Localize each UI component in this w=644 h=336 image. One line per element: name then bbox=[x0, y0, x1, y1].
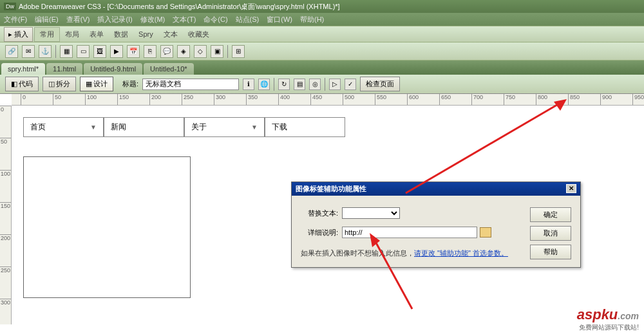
file-tab-11[interactable]: 11.html bbox=[46, 63, 82, 75]
anchor-icon[interactable]: ⚓ bbox=[39, 45, 52, 58]
tab-data[interactable]: 数据 bbox=[109, 28, 133, 41]
dialog-title: 图像标签辅助功能属性 bbox=[296, 184, 366, 194]
help-button[interactable]: 帮助 bbox=[530, 245, 571, 259]
preview-icon[interactable]: ▷ bbox=[329, 79, 341, 90]
title-text: Adobe Dreamweaver CS3 - [C:\Documents an… bbox=[19, 2, 340, 12]
media-icon[interactable]: ▶ bbox=[110, 45, 123, 58]
title-input[interactable] bbox=[142, 79, 239, 90]
chevron-down-icon: ▼ bbox=[251, 124, 258, 131]
view-code-button[interactable]: ◧代码 bbox=[5, 77, 39, 91]
tab-layout[interactable]: 布局 bbox=[60, 28, 84, 41]
icon-bar: 🔗 ✉ ⚓ ▦ ▭ 🖼 ▶ 📅 ⎘ 💬 ◈ ◇ ▣ ⊞ bbox=[0, 42, 644, 61]
dialog-titlebar[interactable]: 图像标签辅助功能属性 ✕ bbox=[292, 182, 580, 196]
ok-button[interactable]: 确定 bbox=[530, 207, 571, 222]
comment-icon[interactable]: 💬 bbox=[160, 45, 173, 58]
vertical-ruler: 050100150200250300 bbox=[0, 106, 12, 324]
server-icon[interactable]: ⎘ bbox=[144, 45, 156, 58]
menu-site[interactable]: 站点(S) bbox=[236, 15, 260, 24]
alt-text-select[interactable] bbox=[342, 207, 400, 219]
menu-file[interactable]: 文件(F) bbox=[4, 15, 27, 24]
menu-help[interactable]: 帮助(H) bbox=[300, 15, 324, 24]
long-desc-input[interactable] bbox=[342, 227, 477, 238]
image-accessibility-dialog: 图像标签辅助功能属性 ✕ 替换文本: 详细说明: 如果在插入图像时不想输入此信息… bbox=[291, 182, 581, 268]
date-icon[interactable]: 📅 bbox=[127, 45, 140, 58]
horizontal-ruler: 0501001502002503003504004505005506006507… bbox=[12, 94, 644, 106]
check-page-button[interactable]: 检查页面 bbox=[360, 77, 400, 91]
menu-item-about[interactable]: 关于▼ bbox=[184, 117, 265, 137]
insert-bar: ▸ 插入 常用 布局 表单 数据 Spry 文本 收藏夹 bbox=[0, 26, 644, 42]
menu-view[interactable]: 查看(V) bbox=[66, 15, 90, 24]
browser-icon[interactable]: 🌐 bbox=[258, 79, 270, 90]
tab-favorites[interactable]: 收藏夹 bbox=[183, 28, 214, 41]
file-tab-untitled10[interactable]: Untitled-10* bbox=[144, 63, 193, 75]
image-icon[interactable]: 🖼 bbox=[93, 45, 106, 58]
view-options-icon[interactable]: ▤ bbox=[294, 79, 305, 90]
tab-spry[interactable]: Spry bbox=[133, 28, 158, 40]
menu-window[interactable]: 窗口(W) bbox=[267, 15, 292, 24]
browse-folder-icon[interactable] bbox=[480, 227, 491, 238]
menu-item-download[interactable]: 下载 bbox=[265, 117, 345, 137]
email-link-icon[interactable]: ✉ bbox=[22, 45, 35, 58]
long-desc-label: 详细说明: bbox=[301, 228, 338, 238]
menu-edit[interactable]: 编辑(E) bbox=[35, 15, 59, 24]
menu-commands[interactable]: 命令(C) bbox=[204, 15, 227, 24]
tab-forms[interactable]: 表单 bbox=[84, 28, 109, 41]
menu-insert[interactable]: 插入记录(I) bbox=[97, 15, 132, 24]
close-icon[interactable]: ✕ bbox=[566, 184, 576, 193]
image-placeholder[interactable] bbox=[23, 156, 191, 298]
title-bar: Dw Adobe Dreamweaver CS3 - [C:\Documents… bbox=[0, 0, 644, 13]
visual-aids-icon[interactable]: ◎ bbox=[309, 79, 321, 90]
tab-text[interactable]: 文本 bbox=[158, 28, 183, 41]
script-icon[interactable]: ◇ bbox=[194, 45, 207, 58]
watermark: aspku.com 免费网站源码下载站! bbox=[577, 306, 639, 332]
insert-toggle[interactable]: ▸ 插入 bbox=[4, 27, 33, 42]
alt-text-label: 替换文本: bbox=[301, 209, 338, 218]
accessibility-prefs-link[interactable]: 请更改 "辅助功能" 首选参数。 bbox=[414, 249, 508, 257]
div-icon[interactable]: ▭ bbox=[77, 45, 90, 58]
view-design-button[interactable]: ▦设计 bbox=[80, 77, 113, 91]
title-label: 标题: bbox=[122, 79, 138, 89]
menu-bar: 文件(F) 编辑(E) 查看(V) 插入记录(I) 修改(M) 文本(T) 命令… bbox=[0, 13, 644, 26]
chevron-down-icon: ▼ bbox=[90, 124, 97, 131]
tag-chooser-icon[interactable]: ⊞ bbox=[232, 45, 245, 58]
file-tab-untitled9[interactable]: Untitled-9.html bbox=[84, 63, 142, 75]
table-icon[interactable]: ▦ bbox=[60, 45, 73, 58]
file-tab-bar: spry.html* 11.html Untitled-9.html Untit… bbox=[0, 61, 644, 75]
menu-modify[interactable]: 修改(M) bbox=[140, 15, 166, 24]
document-toolbar: ◧代码 ◫拆分 ▦设计 标题: ℹ 🌐 ↻ ▤ ◎ ▷ ✓ 检查页面 bbox=[0, 75, 644, 94]
hyperlink-icon[interactable]: 🔗 bbox=[5, 45, 18, 58]
app-icon: Dw bbox=[4, 3, 16, 10]
menu-item-home[interactable]: 首页▼ bbox=[23, 117, 104, 137]
view-split-button[interactable]: ◫拆分 bbox=[43, 77, 76, 91]
fileinfo-icon[interactable]: ℹ bbox=[243, 79, 254, 90]
head-icon[interactable]: ◈ bbox=[177, 45, 190, 58]
design-icon: ▦ bbox=[86, 80, 92, 88]
refresh-icon[interactable]: ↻ bbox=[278, 79, 290, 90]
templates-icon[interactable]: ▣ bbox=[211, 45, 223, 58]
tab-common[interactable]: 常用 bbox=[34, 27, 60, 42]
menu-item-news[interactable]: 新闻 bbox=[104, 117, 184, 137]
cancel-button[interactable]: 取消 bbox=[530, 226, 571, 241]
menu-text[interactable]: 文本(T) bbox=[173, 15, 196, 24]
spry-menu-bar: 首页▼ 新闻 关于▼ 下载 bbox=[23, 117, 632, 137]
split-icon: ◫ bbox=[48, 80, 55, 88]
code-icon: ◧ bbox=[11, 80, 17, 88]
dialog-hint: 如果在插入图像时不想输入此信息，请更改 "辅助功能" 首选参数。 bbox=[301, 248, 521, 258]
file-tab-spry[interactable]: spry.html* bbox=[1, 63, 45, 75]
validate-icon[interactable]: ✓ bbox=[345, 79, 356, 90]
